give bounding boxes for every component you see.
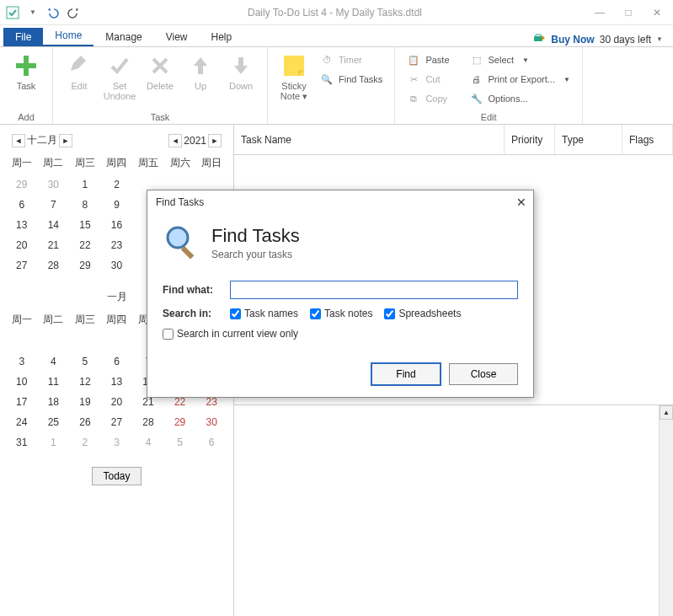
next-year-button[interactable]: ► <box>208 134 222 147</box>
calendar-day[interactable]: 3 <box>7 352 37 371</box>
app-icon <box>5 5 20 20</box>
col-priority[interactable]: Priority <box>505 125 555 154</box>
prev-year-button[interactable]: ◄ <box>168 134 182 147</box>
cart-icon <box>532 32 546 46</box>
find-button[interactable]: Find <box>371 363 441 385</box>
calendar-day[interactable]: 6 <box>102 352 132 371</box>
calendar-day[interactable]: 3 <box>102 433 132 452</box>
task-notes-checkbox[interactable]: Task notes <box>310 308 372 319</box>
calendar-day[interactable]: 7 <box>39 196 69 214</box>
calendar-day[interactable]: 31 <box>7 433 37 452</box>
find-what-input[interactable] <box>230 281 518 299</box>
calendar-day[interactable]: 27 <box>7 256 37 275</box>
calendar-day[interactable]: 30 <box>102 256 132 275</box>
calendar-day[interactable]: 4 <box>39 352 69 371</box>
calendar-day[interactable]: 30 <box>39 175 69 194</box>
calendar-day[interactable]: 17 <box>7 393 37 411</box>
calendar-day[interactable]: 13 <box>102 372 132 391</box>
calendar-day[interactable] <box>7 332 37 351</box>
prev-month-button[interactable]: ◄ <box>12 134 25 147</box>
qat-dropdown[interactable]: ▼ <box>25 5 40 20</box>
calendar-day[interactable]: 1 <box>70 175 100 194</box>
calendar-day[interactable]: 2 <box>102 175 132 194</box>
calendar-day[interactable]: 11 <box>39 372 69 391</box>
print-export-button[interactable]: 🖨Print or Export...▼ <box>465 70 575 88</box>
edit-button[interactable]: Edit <box>60 51 99 93</box>
current-view-checkbox[interactable]: Search in current view only <box>163 328 298 340</box>
options-button[interactable]: 🔧Options... <box>465 89 575 108</box>
calendar-day[interactable]: 14 <box>39 216 69 234</box>
calendar-day[interactable]: 28 <box>39 256 69 275</box>
calendar-day[interactable]: 29 <box>70 256 100 275</box>
calendar-day[interactable]: 16 <box>102 216 132 234</box>
calendar-day[interactable]: 22 <box>70 236 100 254</box>
calendar-day[interactable]: 12 <box>70 372 100 391</box>
calendar-day[interactable]: 19 <box>70 393 100 411</box>
calendar-day[interactable]: 8 <box>70 196 100 214</box>
calendar-day[interactable]: 25 <box>39 413 69 431</box>
calendar-day[interactable]: 29 <box>165 413 195 431</box>
close-button[interactable]: ✕ <box>646 4 668 21</box>
minimize-button[interactable]: — <box>589 4 611 21</box>
maximize-button[interactable]: □ <box>617 4 639 21</box>
vertical-scrollbar[interactable]: ▲ <box>659 405 673 616</box>
col-flags[interactable]: Flags <box>622 125 673 154</box>
calendar-day[interactable]: 9 <box>102 196 132 214</box>
col-type[interactable]: Type <box>555 125 622 154</box>
calendar-day[interactable]: 20 <box>102 393 132 411</box>
calendar-day[interactable]: 21 <box>39 236 69 254</box>
dialog-close-button[interactable]: ✕ <box>516 196 526 209</box>
calendar-day[interactable]: 10 <box>7 372 37 391</box>
calendar-day[interactable]: 24 <box>7 413 37 431</box>
calendar-day[interactable]: 6 <box>7 196 37 214</box>
cut-button[interactable]: ✂Cut <box>402 70 454 88</box>
select-button[interactable]: ⬚Select▼ <box>465 51 575 69</box>
close-dialog-button[interactable]: Close <box>449 363 518 385</box>
calendar-day[interactable]: 2 <box>70 433 100 452</box>
timer-button[interactable]: ⏱Timer <box>315 51 387 69</box>
calendar-day[interactable]: 6 <box>196 433 227 452</box>
today-button[interactable]: Today <box>92 467 141 485</box>
copy-button[interactable]: ⧉Copy <box>402 89 454 108</box>
trial-dropdown-icon[interactable]: ▼ <box>656 35 663 43</box>
calendar-day[interactable]: 30 <box>196 413 227 431</box>
col-task-name[interactable]: Task Name <box>234 125 505 154</box>
undo-icon[interactable] <box>45 5 61 20</box>
find-tasks-button[interactable]: 🔍Find Tasks <box>315 70 387 88</box>
task-names-checkbox[interactable]: Task names <box>230 308 298 319</box>
set-undone-button[interactable]: Set Undone <box>100 51 139 103</box>
calendar-day[interactable] <box>39 332 69 351</box>
calendar-day[interactable] <box>102 332 132 351</box>
delete-button[interactable]: Delete <box>141 51 179 93</box>
tab-help[interactable]: Help <box>200 28 244 46</box>
calendar-day[interactable]: 5 <box>165 433 195 452</box>
tab-file[interactable]: File <box>3 28 43 46</box>
paste-button[interactable]: 📋Paste <box>402 51 454 69</box>
calendar-day[interactable]: 26 <box>70 413 100 431</box>
calendar-day[interactable]: 5 <box>70 352 100 371</box>
buy-now-link[interactable]: Buy Now <box>551 34 594 46</box>
spreadsheets-checkbox[interactable]: Spreadsheets <box>384 308 461 319</box>
down-button[interactable]: Down <box>222 51 260 93</box>
magnifier-icon <box>163 222 200 262</box>
calendar-day[interactable]: 18 <box>39 393 69 411</box>
next-month-button[interactable]: ► <box>59 134 72 147</box>
add-task-button[interactable]: Task <box>7 51 45 93</box>
calendar-day[interactable]: 1 <box>39 433 69 452</box>
calendar-day[interactable]: 23 <box>102 236 132 254</box>
scroll-up-icon[interactable]: ▲ <box>660 405 673 420</box>
tab-home[interactable]: Home <box>43 26 93 46</box>
tab-view[interactable]: View <box>154 28 200 46</box>
sticky-note-button[interactable]: Sticky Note ▾ <box>275 51 313 103</box>
calendar-day[interactable]: 20 <box>7 236 37 254</box>
redo-icon[interactable] <box>66 5 81 20</box>
calendar-day[interactable]: 4 <box>133 433 163 452</box>
tab-manage[interactable]: Manage <box>93 28 153 46</box>
calendar-day[interactable]: 27 <box>102 413 132 431</box>
calendar-day[interactable]: 28 <box>133 413 163 431</box>
calendar-day[interactable]: 29 <box>7 175 37 194</box>
up-button[interactable]: Up <box>181 51 220 93</box>
calendar-day[interactable] <box>70 332 100 351</box>
calendar-day[interactable]: 13 <box>7 216 37 234</box>
calendar-day[interactable]: 15 <box>70 216 100 234</box>
